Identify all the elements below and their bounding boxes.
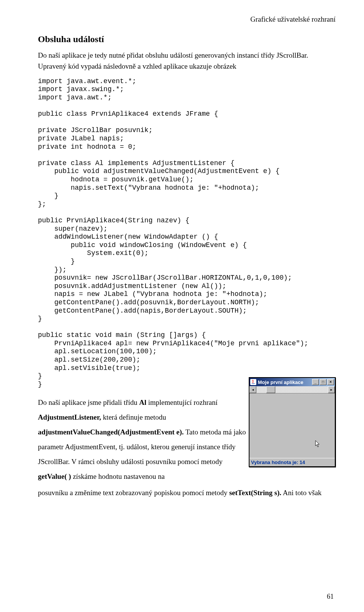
text-fragment: Ani toto však <box>281 489 322 497</box>
arrow-left-icon: ◄ <box>251 388 254 392</box>
window-title: Moje první aplikace <box>258 379 311 385</box>
scroll-right-button[interactable]: ► <box>328 386 335 393</box>
minimize-button[interactable]: _ <box>312 379 319 385</box>
method-name-adjustment: adjustmentValueChanged(AdjustmentEvent e… <box>38 428 184 436</box>
method-name-getvalue: getValue( ) <box>38 472 71 480</box>
interface-name: AdjustmentListener, <box>38 413 101 421</box>
intro-paragraph: Do naší aplikace je tedy nutné přidat ob… <box>38 50 336 72</box>
description-paragraph: Do naší aplikace jsme přidali třídu Al i… <box>38 395 246 484</box>
maximize-button[interactable]: □ <box>320 379 326 385</box>
scrollbar-thumb[interactable] <box>266 386 275 393</box>
scroll-left-button[interactable]: ◄ <box>249 386 256 393</box>
class-name-al: Al <box>139 398 146 406</box>
page-number: 61 <box>327 593 334 601</box>
app-window-screenshot: Moje první aplikace _ □ × ◄ ► Vybrana <box>249 377 336 467</box>
text-fragment: která definuje metodu <box>101 413 166 421</box>
final-paragraph: posuvníku a změníme text zobrazovaný pop… <box>38 487 336 498</box>
close-button[interactable]: × <box>327 379 334 385</box>
text-fragment: implementující rozhraní <box>146 398 218 406</box>
mouse-cursor-icon <box>315 440 321 449</box>
section-title: Obsluha událostí <box>38 34 336 44</box>
page-header: Grafické uživatelské rozhraní <box>38 15 336 24</box>
scrollbar-track[interactable] <box>256 386 328 393</box>
arrow-right-icon: ► <box>330 388 333 392</box>
text-fragment: získáme hodnotu nastavenou na <box>71 472 165 480</box>
code-listing: import java.awt.event.*; import javax.sw… <box>38 77 336 389</box>
java-cup-icon <box>250 379 256 385</box>
text-fragment: posuvníku a změníme text zobrazovaný pop… <box>38 489 229 497</box>
app-status-label: Vybrana hodnota je: 14 <box>249 458 335 466</box>
text-fragment: Do naší aplikace jsme přidali třídu <box>38 398 139 406</box>
horizontal-scrollbar[interactable]: ◄ ► <box>249 386 335 393</box>
app-client-area <box>249 393 335 458</box>
window-titlebar[interactable]: Moje první aplikace _ □ × <box>249 378 335 386</box>
method-name-settext: setText(String s). <box>229 489 281 497</box>
